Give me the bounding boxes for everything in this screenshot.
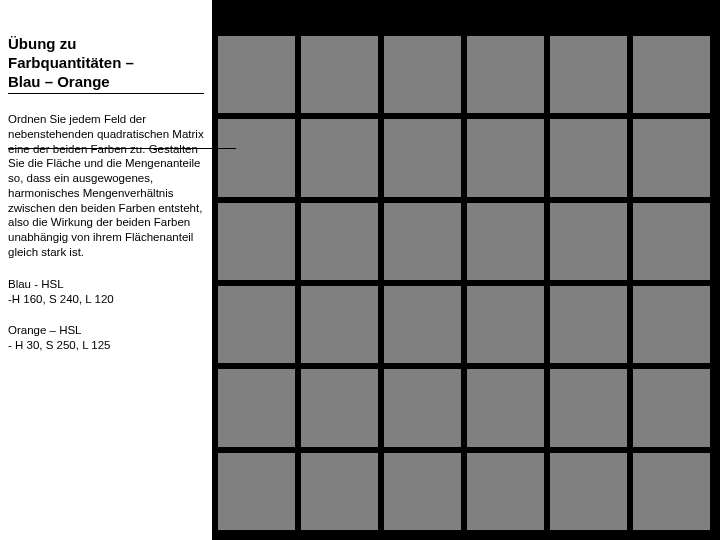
matrix-cell[interactable] (467, 119, 544, 196)
matrix-cell[interactable] (301, 203, 378, 280)
instruction-text: Ordnen Sie jedem Feld der nebenstehenden… (8, 112, 204, 259)
matrix-cell[interactable] (467, 369, 544, 446)
instruction-underline (8, 148, 236, 149)
matrix-cell[interactable] (550, 203, 627, 280)
matrix-cell[interactable] (384, 286, 461, 363)
matrix-grid (218, 36, 710, 530)
orange-label: Orange – HSL (8, 324, 82, 336)
matrix-cell[interactable] (550, 36, 627, 113)
matrix-cell[interactable] (301, 369, 378, 446)
page-title: Übung zu Farbquantitäten – Blau – Orange (8, 35, 204, 91)
color-matrix (218, 36, 710, 530)
matrix-cell[interactable] (218, 203, 295, 280)
matrix-cell[interactable] (467, 203, 544, 280)
matrix-cell[interactable] (550, 369, 627, 446)
matrix-cell[interactable] (218, 36, 295, 113)
matrix-cell[interactable] (301, 36, 378, 113)
matrix-cell[interactable] (550, 119, 627, 196)
matrix-cell[interactable] (633, 203, 710, 280)
sidebar-panel: Übung zu Farbquantitäten – Blau – Orange… (0, 0, 212, 540)
matrix-cell[interactable] (384, 119, 461, 196)
title-line: Blau – Orange (8, 73, 110, 90)
matrix-cell[interactable] (301, 119, 378, 196)
matrix-cell[interactable] (301, 453, 378, 530)
matrix-cell[interactable] (467, 36, 544, 113)
title-line: Übung zu (8, 35, 76, 52)
blue-label: Blau - HSL (8, 278, 64, 290)
matrix-cell[interactable] (218, 453, 295, 530)
matrix-cell[interactable] (467, 286, 544, 363)
matrix-cell[interactable] (633, 119, 710, 196)
matrix-cell[interactable] (384, 453, 461, 530)
blue-spec: Blau - HSL -H 160, S 240, L 120 (8, 277, 204, 307)
matrix-cell[interactable] (218, 119, 295, 196)
matrix-cell[interactable] (633, 286, 710, 363)
matrix-cell[interactable] (301, 286, 378, 363)
matrix-cell[interactable] (633, 453, 710, 530)
matrix-cell[interactable] (384, 203, 461, 280)
title-line: Farbquantitäten – (8, 54, 134, 71)
matrix-cell[interactable] (384, 36, 461, 113)
matrix-cell[interactable] (218, 369, 295, 446)
title-underline (8, 93, 204, 94)
matrix-cell[interactable] (633, 36, 710, 113)
matrix-cell[interactable] (550, 453, 627, 530)
orange-spec: Orange – HSL - H 30, S 250, L 125 (8, 323, 204, 353)
matrix-cell[interactable] (218, 286, 295, 363)
matrix-cell[interactable] (467, 453, 544, 530)
orange-values: - H 30, S 250, L 125 (8, 339, 111, 351)
matrix-cell[interactable] (384, 369, 461, 446)
blue-values: -H 160, S 240, L 120 (8, 293, 114, 305)
matrix-cell[interactable] (633, 369, 710, 446)
matrix-cell[interactable] (550, 286, 627, 363)
